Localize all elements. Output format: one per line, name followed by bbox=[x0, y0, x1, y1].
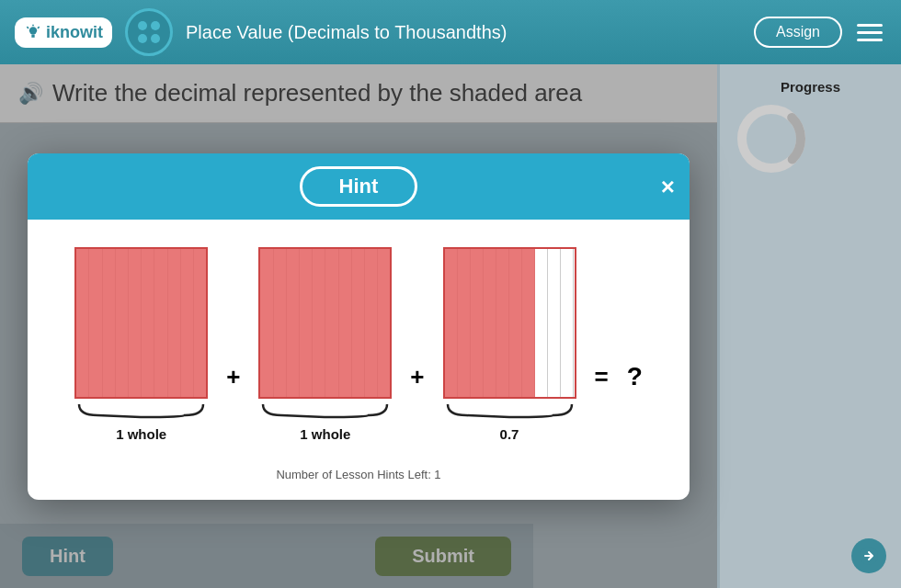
brace-2 bbox=[258, 402, 392, 419]
grid-block-1 bbox=[74, 247, 208, 399]
equals-sign: = bbox=[595, 363, 609, 391]
hint-modal: Hint × bbox=[28, 153, 690, 500]
svg-line-3 bbox=[27, 27, 29, 28]
progress-circle bbox=[735, 102, 808, 175]
blocks-row: 1 whole + bbox=[74, 247, 643, 442]
modal-overlay: Hint × bbox=[0, 64, 717, 588]
grid-block-2 bbox=[258, 247, 392, 399]
modal-header: Hint × bbox=[28, 153, 690, 220]
grid-block-3 bbox=[443, 247, 576, 399]
assign-button[interactable]: Assign bbox=[754, 17, 842, 48]
svg-point-0 bbox=[29, 27, 37, 34]
hints-left: Number of Lesson Hints Left: 1 bbox=[276, 468, 440, 481]
nav-arrow-icon bbox=[859, 546, 879, 566]
modal-title: Hint bbox=[300, 166, 418, 207]
svg-line-4 bbox=[38, 27, 40, 28]
film-icon bbox=[125, 8, 173, 56]
brace-1 bbox=[74, 402, 208, 419]
block-label-3: 0.7 bbox=[500, 426, 519, 442]
logo: iknowit bbox=[15, 17, 112, 48]
content-area: 🔊 Write the decimal represented by the s… bbox=[0, 64, 717, 588]
menu-line-2 bbox=[857, 31, 883, 34]
question-mark: ? bbox=[627, 362, 643, 391]
logo-text: iknowit bbox=[46, 23, 103, 42]
nav-circle[interactable] bbox=[851, 538, 886, 573]
lesson-title: Place Value (Decimals to Thousandths) bbox=[186, 22, 507, 43]
menu-button[interactable] bbox=[853, 20, 886, 45]
plus-sign-1: + bbox=[226, 363, 240, 391]
right-sidebar: Progress bbox=[717, 64, 901, 588]
block-label-2: 1 whole bbox=[300, 426, 350, 442]
main-area: 🔊 Write the decimal represented by the s… bbox=[0, 64, 901, 588]
menu-line-3 bbox=[857, 39, 883, 41]
plus-sign-2: + bbox=[410, 363, 424, 391]
progress-label: Progress bbox=[735, 79, 886, 95]
modal-close-button[interactable]: × bbox=[661, 172, 675, 200]
brace-3 bbox=[443, 402, 576, 419]
header-right: Assign bbox=[754, 17, 886, 48]
block-group-1: 1 whole bbox=[74, 247, 208, 442]
block-group-3: 0.7 bbox=[443, 247, 576, 442]
header: iknowit Place Value (Decimals to Thousan… bbox=[0, 0, 901, 64]
svg-rect-1 bbox=[31, 35, 34, 38]
menu-line-1 bbox=[857, 24, 883, 27]
block-label-1: 1 whole bbox=[116, 426, 166, 442]
modal-body: 1 whole + bbox=[28, 220, 690, 500]
block-group-2: 1 whole bbox=[258, 247, 392, 442]
